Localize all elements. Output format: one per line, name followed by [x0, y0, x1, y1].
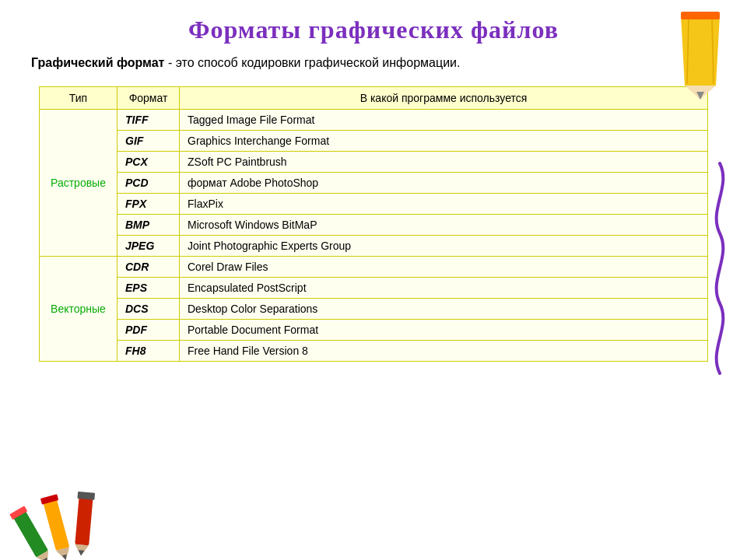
cell-description: Microsoft Windows BitMaP	[180, 215, 708, 236]
cell-format: PCD	[117, 173, 180, 194]
col-header-type: Тип	[40, 87, 117, 110]
cell-description: Graphics Interchange Format	[180, 131, 708, 152]
pencil-bottom-left-decoration	[8, 490, 101, 552]
table-row: PCDформат Adobe PhotoShop	[40, 173, 708, 194]
table-row: EPSEncapsulated PostScript	[40, 278, 708, 299]
table-row: GIFGraphics Interchange Format	[40, 131, 708, 152]
cell-format: GIF	[117, 131, 180, 152]
table-row: PDFPortable Document Format	[40, 320, 708, 341]
pencil-top-right-decoration	[669, 8, 731, 101]
subtitle: Графический формат - это способ кодировк…	[23, 54, 724, 72]
table-row: PCXZSoft PC Paintbrush	[40, 152, 708, 173]
svg-rect-17	[77, 492, 95, 500]
col-header-program: В какой программе используется	[180, 87, 708, 110]
subtitle-bold: Графический формат	[31, 56, 164, 69]
cell-type: Векторные	[40, 257, 117, 362]
cell-description: формат Adobe PhotoShop	[180, 173, 708, 194]
cell-description: Tagged Image File Format	[180, 110, 708, 131]
cell-description: FlaxPix	[180, 194, 708, 215]
cell-type: Растровые	[40, 110, 117, 257]
cell-description: Corel Draw Files	[180, 257, 708, 278]
table-row: ВекторныеCDRCorel Draw Files	[40, 257, 708, 278]
cell-description: Desktop Color Separations	[180, 299, 708, 320]
page-title: Форматы графических файлов	[23, 16, 724, 44]
svg-marker-0	[681, 16, 720, 86]
cell-format: FH8	[117, 341, 180, 362]
cell-format: PDF	[117, 320, 180, 341]
svg-marker-16	[78, 550, 85, 556]
cell-format: JPEG	[117, 236, 180, 257]
table-row: BMPMicrosoft Windows BitMaP	[40, 215, 708, 236]
cell-description: Free Hand File Version 8	[180, 341, 708, 362]
cell-format: TIFF	[117, 110, 180, 131]
cell-format: EPS	[117, 278, 180, 299]
cell-format: BMP	[117, 215, 180, 236]
page-container: Форматы графических файлов Графический ф…	[0, 0, 747, 560]
squiggle-decoration	[704, 156, 735, 389]
cell-description: Encapsulated PostScript	[180, 278, 708, 299]
cell-description: Joint Photographic Experts Group	[180, 236, 708, 257]
formats-table: Тип Формат В какой программе используетс…	[39, 86, 708, 362]
svg-rect-14	[75, 496, 93, 545]
cell-description: ZSoft PC Paintbrush	[180, 152, 708, 173]
cell-format: PCX	[117, 152, 180, 173]
table-header-row: Тип Формат В какой программе используетс…	[40, 87, 708, 110]
table-row: FPXFlaxPix	[40, 194, 708, 215]
svg-rect-10	[43, 499, 69, 551]
table-row: РастровыеTIFFTagged Image File Format	[40, 110, 708, 131]
table-wrapper: Тип Формат В какой программе используетс…	[39, 86, 708, 362]
svg-rect-3	[681, 12, 720, 19]
cell-format: CDR	[117, 257, 180, 278]
svg-rect-6	[13, 510, 49, 558]
cell-format: FPX	[117, 194, 180, 215]
table-row: DCSDesktop Color Separations	[40, 299, 708, 320]
table-row: JPEGJoint Photographic Experts Group	[40, 236, 708, 257]
col-header-format: Формат	[117, 87, 180, 110]
cell-format: DCS	[117, 299, 180, 320]
subtitle-rest: - это способ кодировки графической инфор…	[164, 56, 460, 69]
cell-description: Portable Document Format	[180, 320, 708, 341]
table-row: FH8Free Hand File Version 8	[40, 341, 708, 362]
